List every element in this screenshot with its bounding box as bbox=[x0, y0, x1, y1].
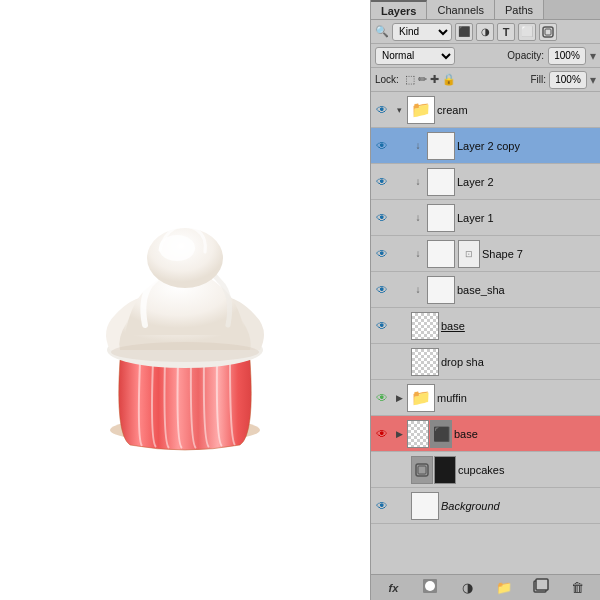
layers-list: 👁 ▾ 📁 cream 👁 ↓ Layer 2 copy 👁 bbox=[371, 92, 600, 574]
base2-thumb-group: ⬛ bbox=[407, 420, 452, 448]
fill-label: Fill: bbox=[530, 74, 546, 85]
visibility-eye-base-sha[interactable]: 👁 bbox=[373, 281, 391, 299]
layer-thumb-shape7-mask: ⊡ bbox=[458, 240, 480, 268]
pixel-filter-btn[interactable]: ⬛ bbox=[455, 23, 473, 41]
lock-row: Lock: ⬚ ✏ ✚ 🔒 Fill: ▾ bbox=[371, 68, 600, 92]
visibility-placeholder-drop-sha[interactable] bbox=[373, 353, 391, 371]
layer-name-muffin: muffin bbox=[437, 392, 598, 404]
lock-brush-icon[interactable]: ✏ bbox=[418, 73, 427, 86]
visibility-eye-shape7[interactable]: 👁 bbox=[373, 245, 391, 263]
visibility-eye-layer2copy[interactable]: 👁 bbox=[373, 137, 391, 155]
cupcakes-thumb-group bbox=[411, 456, 456, 484]
layer-item-layer2[interactable]: 👁 ↓ Layer 2 bbox=[371, 164, 600, 200]
layer-thumb-layer2 bbox=[427, 168, 455, 196]
tab-channels[interactable]: Channels bbox=[427, 0, 494, 19]
new-adjustment-btn[interactable]: ◑ bbox=[457, 578, 477, 598]
svg-rect-8 bbox=[418, 466, 426, 474]
layer-name-base: base bbox=[441, 320, 598, 332]
expand-cream[interactable]: ▾ bbox=[393, 101, 405, 119]
layer-thumb-base2-clip: ⬛ bbox=[430, 420, 452, 448]
layer-item-cupcakes[interactable]: cupcakes bbox=[371, 452, 600, 488]
layer-thumb-layer1 bbox=[427, 204, 455, 232]
layer-item-base-sha[interactable]: 👁 ↓ base_sha bbox=[371, 272, 600, 308]
kind-select[interactable]: Kind bbox=[392, 23, 452, 41]
lock-pixel-icon[interactable]: ⬚ bbox=[405, 73, 415, 86]
link-icon-layer2copy: ↓ bbox=[411, 137, 425, 155]
opacity-label: Opacity: bbox=[507, 50, 544, 61]
layer-item-shape7[interactable]: 👁 ↓ ⊡ Shape 7 bbox=[371, 236, 600, 272]
layer-item-layer2copy[interactable]: 👁 ↓ Layer 2 copy bbox=[371, 128, 600, 164]
new-group-btn[interactable]: 📁 bbox=[494, 578, 514, 598]
svg-point-10 bbox=[425, 581, 435, 591]
add-mask-btn[interactable] bbox=[420, 578, 440, 598]
visibility-eye-layer2[interactable]: 👁 bbox=[373, 173, 391, 191]
smart-filter-btn[interactable] bbox=[539, 23, 557, 41]
visibility-eye-base2[interactable]: 👁 bbox=[373, 425, 391, 443]
layer-thumb-shape7-main bbox=[427, 240, 455, 268]
lock-all-icon[interactable]: 🔒 bbox=[442, 73, 456, 86]
layer-name-drop-sha: drop sha bbox=[441, 356, 598, 368]
expand-muffin[interactable]: ▶ bbox=[393, 389, 405, 407]
layer-thumb-base-sha bbox=[427, 276, 455, 304]
link-icon-layer1: ↓ bbox=[411, 209, 425, 227]
delete-layer-btn[interactable]: 🗑 bbox=[568, 578, 588, 598]
kind-row: 🔍 Kind ⬛ ◑ T ⬜ bbox=[371, 20, 600, 44]
lock-position-icon[interactable]: ✚ bbox=[430, 73, 439, 86]
layer-item-layer1[interactable]: 👁 ↓ Layer 1 bbox=[371, 200, 600, 236]
new-layer-btn[interactable] bbox=[531, 578, 551, 598]
fx-icon: fx bbox=[389, 582, 399, 594]
layer-name-base-sha: base_sha bbox=[457, 284, 598, 296]
opacity-dropdown-arrow[interactable]: ▾ bbox=[590, 49, 596, 63]
canvas-area bbox=[0, 0, 370, 600]
layer-item-drop-sha[interactable]: drop sha bbox=[371, 344, 600, 380]
layer-thumb-cupcakes-mask bbox=[434, 456, 456, 484]
blend-mode-select[interactable]: Normal Multiply Screen bbox=[375, 47, 455, 65]
folder-icon: 📁 bbox=[496, 580, 512, 595]
trash-icon: 🗑 bbox=[571, 580, 584, 595]
layer-item-background[interactable]: 👁 Background bbox=[371, 488, 600, 524]
visibility-eye-base[interactable]: 👁 bbox=[373, 317, 391, 335]
lock-label: Lock: bbox=[375, 74, 399, 85]
opacity-input[interactable] bbox=[548, 47, 586, 65]
svg-rect-6 bbox=[545, 29, 551, 35]
fill-input[interactable] bbox=[549, 71, 587, 89]
cupcake-illustration bbox=[45, 140, 325, 460]
visibility-eye-background[interactable]: 👁 bbox=[373, 497, 391, 515]
layer-name-shape7: Shape 7 bbox=[482, 248, 598, 260]
adjustment-icon: ◑ bbox=[462, 580, 473, 595]
visibility-eye-layer1[interactable]: 👁 bbox=[373, 209, 391, 227]
link-icon-shape7: ↓ bbox=[411, 245, 425, 263]
expand-base2[interactable]: ▶ bbox=[393, 425, 405, 443]
visibility-eye-cream[interactable]: 👁 bbox=[373, 101, 391, 119]
layers-panel: Layers Channels Paths 🔍 Kind ⬛ ◑ T ⬜ Nor… bbox=[370, 0, 600, 600]
layer-name-cream: cream bbox=[437, 104, 598, 116]
adjustment-filter-btn[interactable]: ◑ bbox=[476, 23, 494, 41]
shape-filter-btn[interactable]: ⬜ bbox=[518, 23, 536, 41]
mask-icon bbox=[422, 578, 438, 597]
layer-item-muffin[interactable]: 👁 ▶ 📁 muffin bbox=[371, 380, 600, 416]
type-filter-btn[interactable]: T bbox=[497, 23, 515, 41]
search-icon: 🔍 bbox=[375, 25, 389, 38]
layer-name-layer2copy: Layer 2 copy bbox=[457, 140, 598, 152]
layer-name-base2: base bbox=[454, 428, 598, 440]
visibility-eye-muffin[interactable]: 👁 bbox=[373, 389, 391, 407]
svg-point-4 bbox=[111, 342, 259, 362]
layer-item-base2[interactable]: 👁 ▶ ⬛ base bbox=[371, 416, 600, 452]
visibility-placeholder-cupcakes[interactable] bbox=[373, 461, 391, 479]
link-icon-layer2: ↓ bbox=[411, 173, 425, 191]
layer-item-base[interactable]: 👁 base bbox=[371, 308, 600, 344]
layer-thumb-base bbox=[411, 312, 439, 340]
panel-tabs: Layers Channels Paths bbox=[371, 0, 600, 20]
layer-item-cream-group[interactable]: 👁 ▾ 📁 cream bbox=[371, 92, 600, 128]
layer-fx-btn[interactable]: fx bbox=[383, 578, 403, 598]
layer-thumb-muffin: 📁 bbox=[407, 384, 435, 412]
layer-thumb-cupcakes-main bbox=[411, 456, 433, 484]
tab-layers[interactable]: Layers bbox=[371, 0, 427, 19]
layer-thumb-background bbox=[411, 492, 439, 520]
fill-dropdown-arrow[interactable]: ▾ bbox=[590, 73, 596, 87]
layer-thumb-layer2copy bbox=[427, 132, 455, 160]
tab-paths[interactable]: Paths bbox=[495, 0, 544, 19]
layer-name-cupcakes: cupcakes bbox=[458, 464, 598, 476]
layer-thumb-drop-sha bbox=[411, 348, 439, 376]
link-icon-base-sha: ↓ bbox=[411, 281, 425, 299]
